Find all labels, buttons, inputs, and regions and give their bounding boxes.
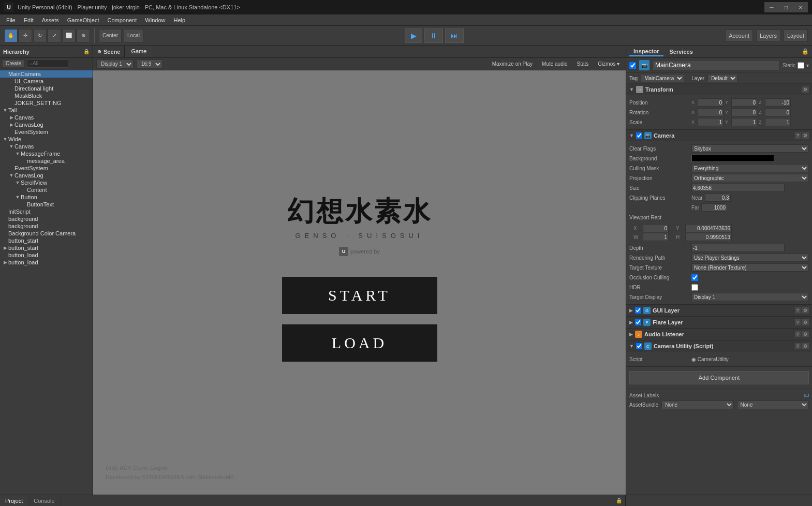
hierarchy-item[interactable]: ▼Button [0,194,93,201]
close-button[interactable]: ✕ [793,2,808,12]
hierarchy-item[interactable]: button_start [0,237,93,244]
hierarchy-item[interactable]: ButtonText [0,201,93,208]
pos-y-input[interactable] [731,98,757,107]
object-name-field[interactable] [653,60,779,70]
load-button[interactable]: LOAD [282,324,437,362]
menu-item-component[interactable]: Component [103,16,141,24]
coord-button[interactable]: Local [124,29,143,42]
account-button[interactable]: Account [725,29,753,42]
project-lock-icon[interactable]: 🔒 [616,498,622,503]
camera-utility-help-button[interactable]: ? [795,343,801,349]
layer-select[interactable]: Default [707,74,737,82]
pos-x-input[interactable] [698,98,724,107]
hierarchy-item[interactable]: Directional light [0,85,93,92]
move-tool-button[interactable]: ✛ [19,29,32,42]
hierarchy-item[interactable]: ▶CanvasLog [0,121,93,128]
projection-select[interactable]: Orthographic [691,174,809,182]
background-color-swatch[interactable] [691,155,774,162]
hierarchy-item[interactable]: ▶button_start [0,244,93,251]
hierarchy-item[interactable]: ▼CanvasLog [0,172,93,179]
occlusion-culling-checkbox[interactable] [691,274,698,281]
hierarchy-item[interactable]: ▼ScrollView [0,179,93,186]
vp-w-input[interactable] [643,233,669,241]
scale-tool-button[interactable]: ⤢ [48,29,61,42]
pivot-button[interactable]: Center [99,29,122,42]
hierarchy-item[interactable]: ▼MessageFrame [0,150,93,157]
menu-item-help[interactable]: Help [169,16,189,24]
clear-flags-select[interactable]: Skybox [691,144,809,153]
scene-tab-label[interactable]: Scene [104,49,120,55]
hierarchy-lock[interactable]: 🔒 [83,49,90,54]
flare-layer-checkbox[interactable] [635,319,641,325]
play-button[interactable]: ▶ [405,28,422,43]
hierarchy-item[interactable]: UI_Camera [0,78,93,85]
camera-utility-settings-button[interactable]: ⚙ [802,343,809,349]
game-tab[interactable]: Game [125,46,153,57]
inspector-lock-icon[interactable]: 🔒 [802,48,809,55]
hierarchy-item[interactable]: button_load [0,251,93,259]
hierarchy-item[interactable]: EventSystem [0,128,93,136]
audio-listener-header[interactable]: ▶ ♪ Audio Listener ? ⚙ [626,329,812,340]
camera-enabled-checkbox[interactable] [636,132,642,139]
menu-item-edit[interactable]: Edit [20,16,38,24]
gizmos-button[interactable]: Gizmos ▾ [595,60,623,68]
culling-mask-select[interactable]: Everything [691,164,809,172]
maximize-button[interactable]: □ [779,2,793,12]
tag-select[interactable]: MainCamera [641,74,684,82]
hdr-checkbox[interactable] [691,284,698,291]
audio-listener-help-button[interactable]: ? [795,331,801,337]
scale-z-input[interactable] [765,118,791,126]
step-button[interactable]: ⏭ [445,28,464,43]
size-input[interactable] [691,184,785,192]
console-tab[interactable]: Console [28,495,60,506]
hierarchy-item[interactable]: EventSystem [0,165,93,172]
hierarchy-item[interactable]: MainCamera [0,70,93,78]
target-display-select[interactable]: Display 1 [691,293,809,301]
minimize-button[interactable]: ─ [764,2,779,12]
gui-layer-help-button[interactable]: ? [795,307,801,314]
hierarchy-item[interactable]: ▼Wide [0,136,93,143]
rendering-path-select[interactable]: Use Player Settings [691,254,809,262]
start-button[interactable]: START [282,277,437,314]
rot-z-input[interactable] [765,108,791,116]
scale-y-input[interactable] [731,118,757,126]
hierarchy-create-button[interactable]: Create [2,59,25,67]
hierarchy-item[interactable]: message_area [0,157,93,165]
menu-item-file[interactable]: File [2,16,20,24]
static-checkbox[interactable] [798,62,804,69]
camera-utility-checkbox[interactable] [636,343,642,349]
hierarchy-item[interactable]: Background Color Camera [0,230,93,237]
inspector-tab[interactable]: Inspector [629,47,663,56]
maximize-play-button[interactable]: Maximize on Play [489,60,536,68]
add-component-button[interactable]: Add Component [629,371,809,384]
hierarchy-item[interactable]: ▶button_load [0,259,93,266]
audio-listener-settings-button[interactable]: ⚙ [802,331,809,337]
hierarchy-item[interactable]: ▶Canvas [0,114,93,121]
services-tab[interactable]: Services [666,48,697,56]
menu-item-gameobject[interactable]: GameObject [63,16,104,24]
hierarchy-item[interactable]: ▼Tall [0,107,93,114]
aspect-select[interactable]: 16:9 [137,59,163,69]
object-active-checkbox[interactable] [629,62,636,69]
hierarchy-item[interactable]: background [0,215,93,222]
transform-header[interactable]: ▼ ↔ Transform ⚙ [626,84,812,95]
hierarchy-item[interactable]: JOKER_SETTING [0,99,93,107]
gui-layer-checkbox[interactable] [635,307,641,314]
scale-x-input[interactable] [698,118,724,126]
camera-help-button[interactable]: ? [795,132,801,139]
flare-layer-help-button[interactable]: ? [795,319,801,325]
pos-z-input[interactable] [765,98,791,107]
rot-x-input[interactable] [698,108,724,116]
transform-settings-button[interactable]: ⚙ [802,86,809,93]
layout-button[interactable]: Layout [784,29,808,42]
rotate-tool-button[interactable]: ↻ [33,29,47,42]
pause-button[interactable]: ⏸ [424,28,443,43]
hierarchy-search[interactable] [27,59,68,68]
vp-y-input[interactable] [685,224,732,232]
layers-button[interactable]: Layers [756,29,780,42]
vp-x-input[interactable] [643,224,669,232]
camera-header[interactable]: ▼ 📷 Camera ? ⚙ [626,130,812,141]
hand-tool-button[interactable]: ✋ [4,29,18,42]
far-input[interactable] [701,203,727,212]
near-input[interactable] [705,194,731,202]
